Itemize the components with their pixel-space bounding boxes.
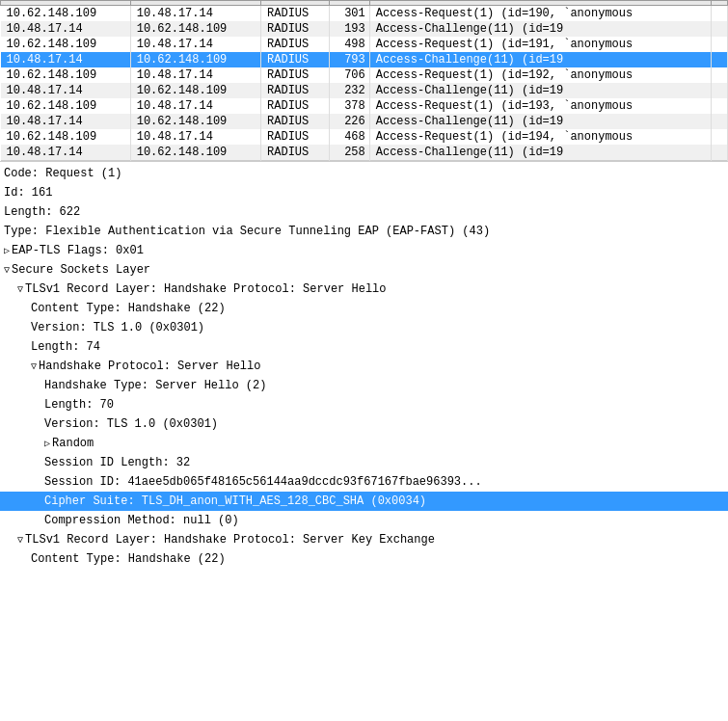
detail-line[interactable]: Id: 161	[0, 183, 728, 202]
detail-line[interactable]: Code: Request (1)	[0, 164, 728, 183]
table-row[interactable]: 10.48.17.1410.62.148.109RADIUS793Access-…	[1, 52, 728, 67]
table-cell: RADIUS	[261, 67, 330, 83]
table-cell: 10.48.17.14	[1, 114, 131, 129]
table-cell: 10.48.17.14	[1, 52, 131, 67]
detail-line[interactable]: ▷EAP-TLS Flags: 0x01	[0, 241, 728, 260]
detail-line-text: Session ID Length: 32	[44, 456, 190, 469]
table-cell: 258	[330, 145, 369, 161]
table-cell: Access-Challenge(11) (id=19	[369, 114, 712, 129]
detail-line-text: Content Type: Handshake (22)	[31, 302, 226, 315]
table-cell: Access-Challenge(11) (id=19	[369, 145, 712, 161]
detail-line-text: Content Type: Handshake (22)	[31, 552, 226, 566]
table-row[interactable]: 10.62.148.10910.48.17.14RADIUS378Access-…	[1, 98, 728, 114]
collapse-arrow[interactable]: ▽	[17, 282, 23, 297]
table-cell: 10.48.17.14	[130, 37, 260, 52]
detail-line[interactable]: Length: 622	[0, 202, 728, 222]
table-cell: RADIUS	[261, 52, 330, 67]
detail-line-text: Secure Sockets Layer	[12, 263, 150, 277]
table-cell	[712, 67, 728, 83]
table-cell: Access-Request(1) (id=194, `anonymous	[369, 129, 712, 145]
table-row[interactable]: 10.62.148.10910.48.17.14RADIUS468Access-…	[1, 129, 728, 145]
table-row[interactable]: 10.48.17.1410.62.148.109RADIUS193Access-…	[1, 21, 728, 37]
expand-arrow[interactable]: ▷	[4, 244, 10, 258]
table-cell: 10.48.17.14	[1, 145, 131, 161]
table-cell: 378	[330, 98, 369, 114]
table-cell: RADIUS	[261, 129, 330, 145]
table-cell: 498	[330, 37, 369, 52]
table-cell	[712, 114, 728, 129]
table-cell	[712, 98, 728, 114]
detail-line-text: EAP-TLS Flags: 0x01	[12, 244, 144, 257]
detail-line[interactable]: Version: TLS 1.0 (0x0301)	[0, 414, 728, 434]
table-cell: 10.62.148.109	[1, 6, 131, 22]
detail-line[interactable]: Compression Method: null (0)	[0, 511, 728, 530]
detail-line[interactable]: ▽Handshake Protocol: Server Hello	[0, 357, 728, 376]
table-cell: RADIUS	[261, 6, 330, 22]
table-cell: 10.62.148.109	[1, 129, 131, 145]
table-row[interactable]: 10.48.17.1410.62.148.109RADIUS258Access-…	[1, 145, 728, 161]
detail-line[interactable]: ▷Random	[0, 434, 728, 453]
table-cell: 10.48.17.14	[1, 83, 131, 98]
table-cell: Access-Challenge(11) (id=19	[369, 21, 712, 37]
detail-line-text: Type: Flexible Authentication via Secure…	[4, 225, 490, 238]
detail-line-text: Cipher Suite: TLS_DH_anon_WITH_AES_128_C…	[44, 494, 426, 508]
collapse-arrow[interactable]: ▽	[4, 263, 10, 278]
table-cell: RADIUS	[261, 37, 330, 52]
detail-line[interactable]: Content Type: Handshake (22)	[0, 299, 728, 318]
table-cell	[712, 52, 728, 67]
detail-line-text: Version: TLS 1.0 (0x0301)	[31, 321, 204, 334]
table-cell: 10.62.148.109	[130, 52, 260, 67]
table-cell: 10.48.17.14	[1, 21, 131, 37]
table-row[interactable]: 10.48.17.1410.62.148.109RADIUS232Access-…	[1, 83, 728, 98]
detail-line-text: TLSv1 Record Layer: Handshake Protocol: …	[25, 282, 386, 296]
detail-line[interactable]: Length: 70	[0, 395, 728, 414]
table-cell: 226	[330, 114, 369, 129]
collapse-arrow[interactable]: ▽	[17, 533, 23, 547]
table-row[interactable]: 10.62.148.10910.48.17.14RADIUS706Access-…	[1, 67, 728, 83]
detail-line[interactable]: Cipher Suite: TLS_DH_anon_WITH_AES_128_C…	[0, 492, 728, 511]
table-cell: 10.62.148.109	[130, 21, 260, 37]
table-cell	[712, 37, 728, 52]
packet-table: 10.62.148.10910.48.17.14RADIUS301Access-…	[0, 0, 728, 161]
detail-line[interactable]: Length: 74	[0, 337, 728, 357]
detail-line[interactable]: ▽Secure Sockets Layer	[0, 260, 728, 280]
table-cell: 193	[330, 21, 369, 37]
detail-line-text: Random	[52, 437, 94, 450]
detail-line-text: Length: 70	[44, 398, 114, 412]
table-cell: 10.62.148.109	[130, 114, 260, 129]
table-cell: 10.48.17.14	[130, 6, 260, 22]
table-cell: Access-Request(1) (id=193, `anonymous	[369, 98, 712, 114]
table-cell: Access-Challenge(11) (id=19	[369, 83, 712, 98]
detail-line[interactable]: Session ID: 41aee5db065f48165c56144aa9dc…	[0, 472, 728, 492]
table-cell: RADIUS	[261, 21, 330, 37]
table-cell: 10.62.148.109	[1, 37, 131, 52]
table-row[interactable]: 10.48.17.1410.62.148.109RADIUS226Access-…	[1, 114, 728, 129]
detail-line[interactable]: Session ID Length: 32	[0, 453, 728, 472]
detail-line-text: Compression Method: null (0)	[44, 514, 239, 527]
detail-line[interactable]: ▽TLSv1 Record Layer: Handshake Protocol:…	[0, 280, 728, 299]
table-cell: Access-Challenge(11) (id=19	[369, 52, 712, 67]
table-cell: 468	[330, 129, 369, 145]
table-cell	[712, 6, 728, 22]
detail-line-text: Length: 622	[4, 205, 80, 219]
table-cell	[712, 21, 728, 37]
detail-line[interactable]: ▽TLSv1 Record Layer: Handshake Protocol:…	[0, 530, 728, 549]
detail-line[interactable]: Content Type: Handshake (22)	[0, 549, 728, 569]
detail-line[interactable]: Type: Flexible Authentication via Secure…	[0, 222, 728, 241]
table-cell: RADIUS	[261, 114, 330, 129]
table-cell: 232	[330, 83, 369, 98]
detail-line[interactable]: Handshake Type: Server Hello (2)	[0, 376, 728, 395]
detail-line[interactable]: Version: TLS 1.0 (0x0301)	[0, 318, 728, 337]
detail-line-text: TLSv1 Record Layer: Handshake Protocol: …	[25, 533, 435, 547]
table-cell: 10.48.17.14	[130, 129, 260, 145]
table-cell: Access-Request(1) (id=190, `anonymous	[369, 6, 712, 22]
collapse-arrow[interactable]: ▽	[31, 360, 37, 374]
expand-arrow[interactable]: ▷	[44, 437, 50, 451]
table-row[interactable]: 10.62.148.10910.48.17.14RADIUS498Access-…	[1, 37, 728, 52]
table-cell: RADIUS	[261, 83, 330, 98]
table-cell: RADIUS	[261, 145, 330, 161]
detail-panel: Code: Request (1)Id: 161Length: 622Type:…	[0, 162, 728, 571]
table-cell: 10.62.148.109	[1, 67, 131, 83]
table-cell: Access-Request(1) (id=192, `anonymous	[369, 67, 712, 83]
table-row[interactable]: 10.62.148.10910.48.17.14RADIUS301Access-…	[1, 6, 728, 22]
